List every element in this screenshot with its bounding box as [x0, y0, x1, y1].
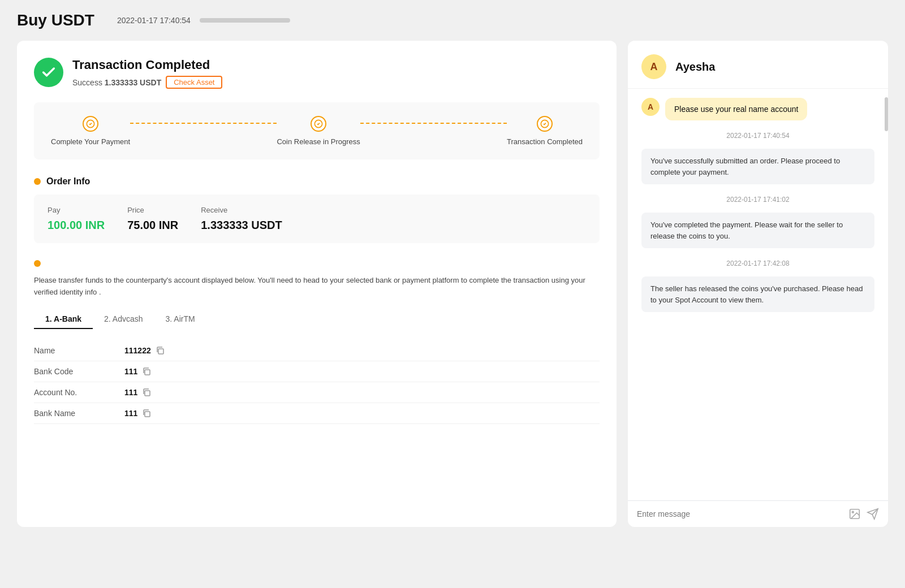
chat-input[interactable]: [637, 509, 843, 518]
bank-detail-bankname-row: Bank Name 111: [34, 403, 600, 424]
bank-detail-code-row: Bank Code 111: [34, 361, 600, 382]
subtitle-prefix: Success 1.333333 USDT: [72, 78, 161, 87]
transfer-section-label: [34, 260, 600, 267]
step-label-3: Transaction Completed: [507, 137, 583, 146]
svg-point-8: [852, 511, 854, 513]
success-icon: [34, 58, 63, 87]
chat-username: Ayesha: [675, 60, 715, 74]
chat-timestamp-1: 2022-01-17 17:40:54: [641, 132, 874, 140]
svg-rect-3: [158, 349, 163, 354]
chat-body: A Please use your real name account 2022…: [628, 89, 888, 500]
bank-detail-code-value: 111: [124, 367, 151, 376]
copy-account-icon[interactable]: [142, 388, 151, 397]
bank-tabs: 1. A-Bank 2. Advcash 3. AirTM: [34, 310, 600, 329]
transaction-title: Transaction Completed: [72, 58, 222, 72]
scrollbar-thumb: [885, 97, 888, 131]
transaction-subtitle: Success 1.333333 USDT Check Asset: [72, 76, 222, 89]
bank-detail-account-value: 111: [124, 388, 151, 397]
chat-input-area: [628, 500, 888, 527]
send-icon[interactable]: [867, 508, 879, 520]
step-label-1: Complete Your Payment: [51, 137, 130, 146]
header-timestamp: 2022-01-17 17:40:54: [117, 16, 191, 25]
bank-detail-bankname-label: Bank Name: [34, 409, 113, 418]
avatar: A: [641, 54, 666, 79]
order-info-dot: [34, 178, 41, 185]
order-info-box: Pay 100.00 INR Price 75.00 INR Receive 1…: [34, 194, 600, 243]
pay-label: Pay: [48, 206, 105, 214]
transfer-dot: [34, 260, 41, 267]
bank-tab-3[interactable]: 3. AirTM: [154, 310, 206, 329]
bank-detail-account-label: Account No.: [34, 388, 113, 397]
receive-field: Receive 1.333333 USDT: [201, 206, 282, 232]
price-field: Price 75.00 INR: [127, 206, 178, 232]
receive-label: Receive: [201, 206, 282, 214]
main-layout: Transaction Completed Success 1.333333 U…: [17, 41, 888, 527]
step-label-2: Coin Release in Progress: [277, 137, 360, 146]
chat-bubble-user: Please use your real name account: [665, 98, 807, 120]
step-1: Complete Your Payment: [51, 116, 130, 146]
chat-avatar-small: A: [641, 98, 660, 116]
chat-system-3: The seller has released the coins you've…: [641, 276, 874, 312]
svg-rect-6: [145, 412, 150, 417]
bank-details: Name 111222 Bank Code 111: [34, 340, 600, 424]
step-connector-1: [130, 123, 277, 124]
header-meta: 2022-01-17 17:40:54: [117, 16, 290, 25]
step-circle-1: [83, 116, 98, 132]
bank-detail-bankname-value: 111: [124, 409, 151, 418]
header-bar: [200, 18, 290, 23]
bank-detail-name-value: 111222: [124, 346, 165, 355]
bank-tab-1[interactable]: 1. A-Bank: [34, 310, 93, 329]
bank-detail-account-row: Account No. 111: [34, 382, 600, 403]
step-2: Coin Release in Progress: [277, 116, 360, 146]
step-circle-3: [537, 116, 553, 132]
order-info-section: Order Info: [34, 176, 600, 187]
svg-rect-4: [145, 370, 150, 375]
chat-system-1: You've successfully submitted an order. …: [641, 149, 874, 184]
copy-code-icon[interactable]: [142, 367, 151, 376]
copy-name-icon[interactable]: [156, 346, 165, 355]
page-title: Buy USDT: [17, 11, 94, 29]
left-panel: Transaction Completed Success 1.333333 U…: [17, 41, 617, 527]
price-value: 75.00 INR: [127, 219, 178, 231]
pay-field: Pay 100.00 INR: [48, 206, 105, 232]
chat-timestamp-3: 2022-01-17 17:42:08: [641, 260, 874, 267]
upload-image-icon[interactable]: [848, 508, 861, 520]
scrollbar[interactable]: [885, 86, 888, 493]
page-header: Buy USDT 2022-01-17 17:40:54: [17, 11, 888, 29]
progress-steps: Complete Your Payment Coin Release in Pr…: [34, 102, 600, 159]
check-asset-button[interactable]: Check Asset: [166, 76, 222, 89]
chat-header: A Ayesha: [628, 41, 888, 89]
chat-system-2: You've completed the payment. Please wai…: [641, 213, 874, 248]
receive-value: 1.333333 USDT: [201, 219, 282, 231]
chat-timestamp-2: 2022-01-17 17:41:02: [641, 196, 874, 204]
bank-tab-2[interactable]: 2. Advcash: [93, 310, 154, 329]
bank-detail-code-label: Bank Code: [34, 367, 113, 376]
step-circle-2: [311, 116, 326, 132]
transaction-info: Transaction Completed Success 1.333333 U…: [72, 58, 222, 89]
copy-bankname-icon[interactable]: [142, 409, 151, 418]
svg-rect-5: [145, 391, 150, 396]
chat-message-user: A Please use your real name account: [641, 98, 874, 120]
transaction-header: Transaction Completed Success 1.333333 U…: [34, 58, 600, 89]
step-3: Transaction Completed: [507, 116, 583, 146]
pay-value: 100.00 INR: [48, 219, 105, 231]
chat-panel: A Ayesha A Please use your real name acc…: [628, 41, 888, 527]
bank-detail-name-row: Name 111222: [34, 340, 600, 361]
transfer-note: Please transfer funds to the counterpart…: [34, 275, 600, 299]
step-connector-2: [360, 123, 507, 124]
order-info-title: Order Info: [46, 176, 90, 187]
bank-detail-name-label: Name: [34, 346, 113, 355]
price-label: Price: [127, 206, 178, 214]
